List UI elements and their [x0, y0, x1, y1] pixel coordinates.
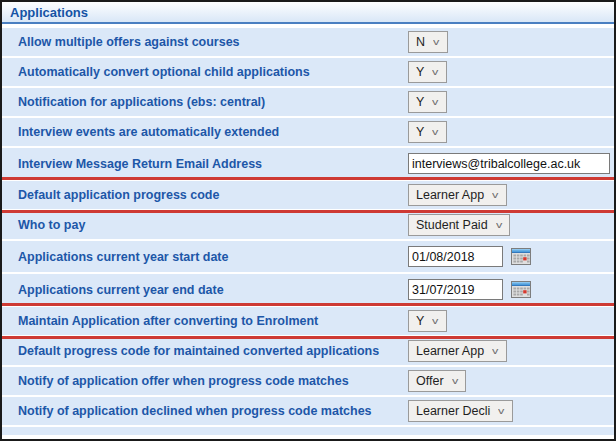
dropdown-value: Y [416, 65, 424, 79]
setting-control: Yv [408, 310, 614, 332]
setting-control: Nv [408, 31, 614, 53]
setting-control: Offerv [408, 370, 614, 392]
setting-row-applications-current-year-end-date: Applications current year end date [2, 274, 614, 305]
setting-row-default-progress-code-for-maintained-con: Default progress code for maintained con… [2, 337, 614, 365]
dropdown-value: Learner App [416, 344, 484, 358]
setting-label: Interview events are automatically exten… [2, 125, 408, 139]
chevron-down-icon: v [492, 191, 498, 200]
setting-label: Automatically convert optional child app… [2, 65, 408, 79]
setting-row-interview-message-return-email-address: Interview Message Return Email Address [2, 148, 614, 179]
setting-row-allow-multiple-offers-against-courses: Allow multiple offers against coursesNv [2, 28, 614, 56]
chevron-down-icon: v [432, 128, 438, 137]
maintain-application-after-converting-to-dropdown[interactable]: Yv [408, 310, 447, 332]
notify-of-application-declined-when-prog-dropdown[interactable]: Learner Decliv [408, 400, 513, 422]
setting-row-maintain-application-after-converting-to: Maintain Application after converting to… [2, 307, 614, 335]
setting-row-notify-of-application-declined-when-prog: Notify of application declined when prog… [2, 397, 614, 425]
notify-of-application-offer-when-progres-dropdown[interactable]: Offerv [408, 370, 466, 392]
setting-label: Notify of application declined when prog… [2, 404, 408, 418]
panel-title: Applications [10, 5, 88, 20]
setting-control: Learner Appv [408, 184, 614, 206]
setting-control [408, 279, 614, 300]
applications-current-year-start-date-input[interactable] [408, 246, 503, 267]
setting-control: Student Paidv [408, 214, 614, 236]
setting-label: Applications current year start date [2, 250, 408, 264]
dropdown-value: Y [416, 95, 424, 109]
setting-row-notify-of-application-offer-when-progres: Notify of application offer when progres… [2, 367, 614, 395]
setting-label: Maintain Application after converting to… [2, 314, 408, 328]
setting-control: Yv [408, 91, 614, 113]
chevron-down-icon: v [433, 38, 439, 47]
automatically-convert-optional-child-app-dropdown[interactable]: Yv [408, 61, 447, 83]
setting-control [408, 246, 614, 267]
setting-label: Default application progress code [2, 188, 408, 202]
setting-label: Notify of application offer when progres… [2, 374, 408, 388]
dropdown-value: N [416, 35, 425, 49]
interview-events-are-automatically-exten-dropdown[interactable]: Yv [408, 121, 447, 143]
dropdown-value: Learner Decli [416, 404, 490, 418]
calendar-icon[interactable] [511, 248, 531, 265]
setting-row-who-to-pay: Who to payStudent Paidv [2, 211, 614, 239]
applications-settings-panel: Applications Allow multiple offers again… [0, 0, 616, 441]
dropdown-value: Student Paid [416, 218, 488, 232]
panel-header: Applications [2, 2, 614, 24]
setting-label: Notification for applications (ebs: cent… [2, 95, 408, 109]
default-application-progress-code-dropdown[interactable]: Learner Appv [408, 184, 507, 206]
chevron-down-icon: v [452, 377, 458, 386]
interview-message-return-email-address-input[interactable] [408, 153, 610, 174]
setting-row-default-application-progress-code: Default application progress codeLearner… [2, 181, 614, 209]
setting-row-automatically-convert-optional-child-app: Automatically convert optional child app… [2, 58, 614, 86]
who-to-pay-dropdown[interactable]: Student Paidv [408, 214, 510, 236]
setting-control: Learner Decliv [408, 400, 614, 422]
setting-row-interview-events-are-automatically-exten: Interview events are automatically exten… [2, 118, 614, 146]
chevron-down-icon: v [432, 68, 438, 77]
setting-control [408, 153, 614, 174]
setting-label: Applications current year end date [2, 283, 408, 297]
setting-label: Default progress code for maintained con… [2, 344, 408, 358]
empty-row-strip [2, 427, 614, 435]
setting-row-notification-for-applications-ebs-centra: Notification for applications (ebs: cent… [2, 88, 614, 116]
setting-row-applications-current-year-start-date: Applications current year start date [2, 241, 614, 272]
chevron-down-icon: v [496, 221, 502, 230]
applications-current-year-end-date-input[interactable] [408, 279, 503, 300]
calendar-icon[interactable] [511, 281, 531, 298]
setting-label: Who to pay [2, 218, 408, 232]
setting-label: Interview Message Return Email Address [2, 157, 408, 171]
chevron-down-icon: v [432, 98, 438, 107]
setting-control: Learner Appv [408, 340, 614, 362]
setting-control: Yv [408, 61, 614, 83]
setting-control: Yv [408, 121, 614, 143]
dropdown-value: Y [416, 125, 424, 139]
setting-label: Allow multiple offers against courses [2, 35, 408, 49]
dropdown-value: Learner App [416, 188, 484, 202]
allow-multiple-offers-against-courses-dropdown[interactable]: Nv [408, 31, 448, 53]
chevron-down-icon: v [498, 407, 504, 416]
dropdown-value: Offer [416, 374, 444, 388]
chevron-down-icon: v [432, 317, 438, 326]
chevron-down-icon: v [492, 347, 498, 356]
default-progress-code-for-maintained-con-dropdown[interactable]: Learner Appv [408, 340, 507, 362]
settings-rows: Allow multiple offers against coursesNvA… [2, 24, 614, 425]
notification-for-applications-ebs-centra-dropdown[interactable]: Yv [408, 91, 447, 113]
dropdown-value: Y [416, 314, 424, 328]
